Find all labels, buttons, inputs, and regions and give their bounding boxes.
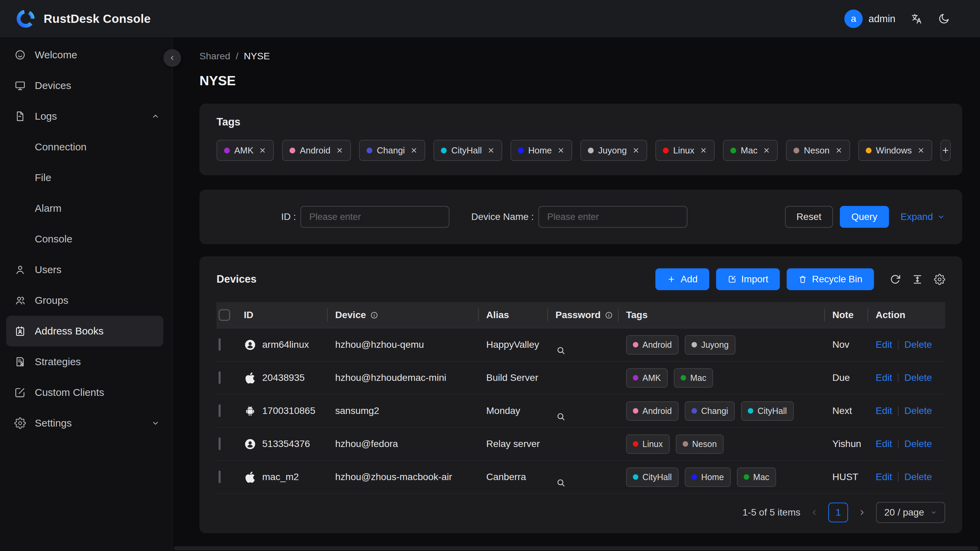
column-header-action: Action [867,302,945,328]
remove-tag-icon[interactable] [336,147,344,154]
edit-link[interactable]: Edit [876,405,892,416]
row-checkbox[interactable] [219,438,221,450]
device-cell: hzhou@hzhou-qemu [327,339,478,350]
sidebar-item-file[interactable]: File [0,162,172,193]
remove-tag-icon[interactable] [259,147,266,154]
reveal-password-icon[interactable] [555,477,618,488]
row-checkbox[interactable] [219,471,221,483]
info-icon[interactable] [370,311,379,320]
recycle-bin-button[interactable]: Recycle Bin [787,268,874,290]
select-all-checkbox[interactable] [219,309,230,321]
monitor-icon [14,80,26,91]
sidebar-item-connection[interactable]: Connection [0,132,172,162]
row-tag-cityhall: CityHall [741,401,794,421]
remove-tag-icon[interactable] [700,147,707,154]
sidebar-item-welcome[interactable]: Welcome [0,40,172,70]
remove-tag-icon[interactable] [835,147,843,154]
sidebar-collapse-button[interactable] [163,49,181,67]
sidebar-item-devices[interactable]: Devices [0,70,172,101]
sidebar-item-label: Settings [35,417,72,429]
remove-tag-icon[interactable] [763,147,770,154]
import-icon [728,275,737,284]
id-filter-input[interactable] [301,206,449,228]
remove-tag-icon[interactable] [917,147,925,154]
table-row: arm64linuxhzhou@hzhou-qemuHappyValleyAnd… [216,328,945,361]
plus-icon [667,275,676,284]
reveal-password-icon[interactable] [555,411,618,422]
tag-chip-home: Home [511,140,572,161]
table-row: 20438935hzhou@hzhoudemac-miniBuild Serve… [216,361,945,395]
reset-button[interactable]: Reset [785,206,833,228]
edit-link[interactable]: Edit [876,372,892,383]
delete-link[interactable]: Delete [904,438,932,449]
translate-icon[interactable] [910,13,923,25]
remove-tag-icon[interactable] [632,147,640,154]
row-tag-cityhall: CityHall [626,467,679,487]
delete-link[interactable]: Delete [904,405,932,416]
dark-mode-moon-icon[interactable] [938,13,950,25]
table-row: 1700310865sansumg2MondayAndroidChangiCit… [216,395,945,428]
edit-link[interactable]: Edit [876,438,892,449]
pagination-total: 1-5 of 5 items [743,507,801,518]
next-page-icon[interactable] [858,508,867,517]
page-title: NYSE [199,73,962,89]
sidebar-item-strategies[interactable]: Strategies [0,346,172,377]
delete-link[interactable]: Delete [904,372,932,383]
page-number-button[interactable]: 1 [828,503,848,522]
row-checkbox[interactable] [219,404,221,417]
sidebar-item-label: Groups [35,295,68,306]
device-name-filter-input[interactable] [538,206,687,228]
sidebar-item-label: Console [35,233,72,245]
tag-color-dot [441,148,447,153]
sidebar-item-users[interactable]: Users [0,254,172,285]
info-icon[interactable] [605,311,613,320]
add-tag-button[interactable] [940,140,951,161]
sidebar-item-console[interactable]: Console [0,224,172,254]
sidebar-item-logs[interactable]: Logs [0,101,172,132]
add-button[interactable]: Add [655,268,709,290]
query-button[interactable]: Query [840,206,889,228]
delete-link[interactable]: Delete [904,471,932,483]
refresh-icon[interactable] [889,274,901,285]
row-tag-mac: Mac [737,467,776,487]
delete-link[interactable]: Delete [904,339,932,350]
row-checkbox[interactable] [219,371,221,384]
breadcrumb-parent[interactable]: Shared [199,51,230,62]
rustdesk-logo-icon [15,8,36,29]
sidebar-item-label: Custom Clients [35,387,104,398]
sidebar-item-settings[interactable]: Settings [0,408,172,438]
id-filter-label: ID : [216,212,296,222]
edit-link[interactable]: Edit [876,471,892,483]
remove-tag-icon[interactable] [410,147,418,154]
row-height-icon[interactable] [912,274,923,285]
reveal-password-icon[interactable] [555,345,618,356]
action-cell: EditDelete [867,438,945,449]
table-header-row: IDDeviceAliasPasswordTagsNoteAction [216,302,945,328]
tag-color-dot [518,148,524,153]
device-id: mac_m2 [262,471,299,483]
avatar[interactable]: a [844,10,863,28]
column-settings-gear-icon[interactable] [934,274,945,285]
expand-toggle[interactable]: Expand [900,212,945,222]
sidebar-item-groups[interactable]: Groups [0,285,172,316]
filter-card: ID : Device Name : Reset Query Expand [199,190,962,244]
tags-card-title: Tags [216,116,945,128]
device-name-filter-group: Device Name : [471,206,687,228]
edit-link[interactable]: Edit [876,339,892,350]
tag-chip-windows: Windows [858,140,932,161]
horizontal-scrollbar[interactable] [174,546,978,550]
sidebar-item-alarm[interactable]: Alarm [0,193,172,224]
row-checkbox[interactable] [219,338,221,351]
table-body: arm64linuxhzhou@hzhou-qemuHappyValleyAnd… [216,328,945,494]
topbar: RustDesk Console a admin [0,0,980,38]
previous-page-icon[interactable] [810,508,819,517]
table-row: mac_m2hzhou@zhous-macbook-airCanberraCit… [216,461,945,494]
page-size-select[interactable]: 20 / page [876,502,945,523]
sidebar-item-label: File [35,172,51,183]
import-button[interactable]: Import [716,268,780,290]
remove-tag-icon[interactable] [557,147,565,154]
sidebar-item-custom-clients[interactable]: Custom Clients [0,377,172,408]
sidebar-item-address-books[interactable]: Address Books [6,316,163,346]
remove-tag-icon[interactable] [487,147,495,154]
column-header-note: Note [824,302,867,328]
